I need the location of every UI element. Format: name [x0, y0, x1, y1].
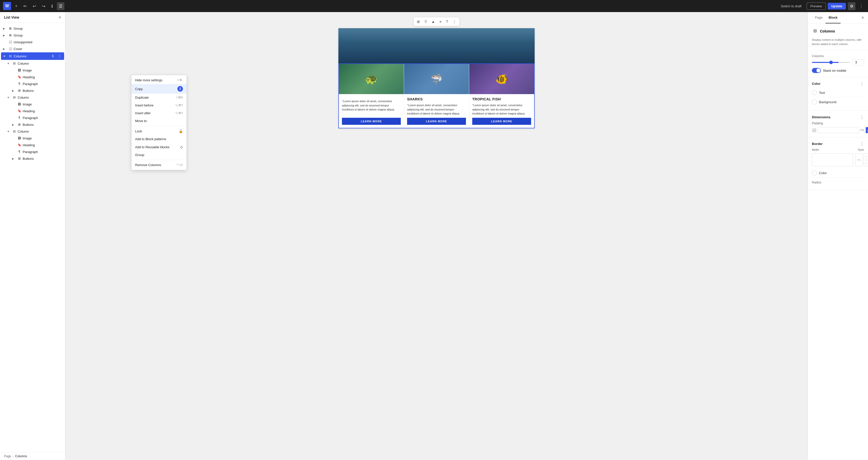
sidebar-item-heading1[interactable]: 🔖 Heading	[1, 74, 64, 80]
padding-unit: PX	[861, 129, 864, 132]
dimensions-section-options[interactable]: ⋮	[860, 115, 864, 120]
ctx-separator-1	[132, 126, 186, 126]
ctx-group[interactable]: Group	[132, 151, 186, 159]
column-3-learn-more-button[interactable]: LEARN MORE	[472, 118, 531, 125]
columns-block[interactable]: 🐢 "Lorem ipsum dolor sit amet, consectet…	[338, 63, 535, 128]
sidebar-item-column2[interactable]: ▼ ⊟ Column	[1, 94, 64, 101]
update-button[interactable]: Update	[828, 3, 846, 9]
ctx-add-block-patterns[interactable]: Add to Block patterns	[132, 135, 186, 143]
border-width-input[interactable]	[812, 153, 853, 166]
switch-draft-button[interactable]: Switch to draft	[778, 3, 804, 9]
ctx-duplicate[interactable]: Duplicate ⇧⌘D	[132, 94, 186, 101]
sidebar-item-paragraph1[interactable]: ¶ Paragraph	[1, 81, 64, 87]
ctx-copy[interactable]: Copy 2	[132, 84, 186, 94]
sidebar-item-columns[interactable]: ▼ ⊟ Columns 1 ⋮	[1, 52, 64, 60]
dimensions-section-title: Dimensions	[812, 115, 831, 119]
ctx-remove-shortcut: ^⌥Z	[177, 163, 183, 166]
tab-page[interactable]: Page	[812, 12, 826, 23]
border-style-dashed-button[interactable]: ---	[864, 153, 868, 166]
redo-button[interactable]: ↪	[40, 2, 47, 10]
ctx-insert-after-shortcut: ⌥⌘Y	[175, 112, 183, 115]
sidebar-item-image3[interactable]: 🖼 Image	[1, 135, 64, 142]
sidebar-item-image1[interactable]: 🖼 Image	[1, 67, 64, 73]
column-1-learn-more-button[interactable]: LEARN MORE	[342, 118, 401, 125]
columns-slider[interactable]	[812, 62, 850, 63]
sidebar-item-image2[interactable]: 🖼 Image	[1, 101, 64, 108]
ctx-lock[interactable]: Lock 🔒	[132, 127, 186, 135]
color-section: Color ⋮ Text Background	[808, 77, 868, 111]
item-label: Image	[23, 102, 62, 106]
text-color-row[interactable]: Text	[812, 88, 864, 97]
info-button[interactable]: ℹ	[49, 2, 55, 10]
item-label: Group	[13, 27, 62, 30]
tab-block[interactable]: Block	[826, 12, 840, 23]
ctx-insert-after[interactable]: Insert after ⌥⌘Y	[132, 109, 186, 117]
wp-logo: W	[3, 2, 11, 10]
columns-number-input[interactable]	[852, 59, 864, 65]
radius-label: Radius	[812, 181, 864, 184]
sidebar-item-buttons2[interactable]: ▶ ⊞ Buttons	[1, 121, 64, 128]
change-block-type-button[interactable]: ⊞	[415, 19, 422, 25]
drag-handle-button[interactable]: ⠿	[423, 19, 429, 25]
heading-block-icon: 🔖	[17, 143, 22, 147]
sidebar-close-button[interactable]: ×	[58, 15, 61, 20]
padding-link-button[interactable]: 🔗	[866, 127, 868, 133]
column-1-text: "Lorem ipsum dolor sit amet, consectetur…	[342, 99, 401, 112]
background-color-row[interactable]: Background	[812, 97, 864, 106]
image-block-icon: 🖼	[17, 102, 22, 106]
column-2-title: SHARKS	[407, 97, 466, 101]
columns-slider-row	[812, 59, 864, 65]
block-more-button[interactable]: ⋮	[451, 19, 458, 25]
expand-icon: ▼	[7, 130, 11, 133]
sidebar-item-heading2[interactable]: 🔖 Heading	[1, 108, 64, 114]
more-options-button[interactable]: ⋮	[858, 2, 865, 10]
sidebar-header: List View ×	[0, 12, 65, 23]
move-up-button[interactable]: ▲	[430, 19, 437, 25]
column-2-learn-more-button[interactable]: LEARN MORE	[407, 118, 466, 125]
border-color-row[interactable]: Color	[812, 168, 864, 178]
sidebar-item-group1[interactable]: ▶ ⊞ Group	[1, 25, 64, 32]
sidebar-item-buttons3[interactable]: ▶ ⊞ Buttons	[1, 155, 64, 162]
align-button[interactable]: ≡	[438, 19, 443, 25]
padding-input[interactable]	[818, 127, 859, 133]
sidebar-item-heading3[interactable]: 🔖 Heading	[1, 142, 64, 148]
sidebar-item-group2[interactable]: ▶ ⊞ Group	[1, 32, 64, 38]
settings-button[interactable]: ⚙	[848, 2, 856, 10]
sidebar-item-unsupported[interactable]: ⬜ Unsupported	[1, 39, 64, 45]
sidebar-item-cover[interactable]: ▶ ⬜ Cover	[1, 45, 64, 52]
sidebar-item-buttons1[interactable]: ▶ ⊞ Buttons	[1, 87, 64, 94]
transform-button[interactable]: T	[444, 19, 450, 25]
stack-on-mobile-toggle[interactable]	[812, 68, 821, 73]
sidebar-item-paragraph2[interactable]: ¶ Paragraph	[1, 115, 64, 121]
breadcrumb-page[interactable]: Page	[4, 455, 11, 458]
preview-button[interactable]: Preview	[807, 2, 826, 10]
column-3-title: TROPICAL FISH	[472, 97, 531, 101]
panel-close-button[interactable]: ×	[861, 15, 864, 20]
ctx-move-to[interactable]: Move to	[132, 117, 186, 125]
color-section-options[interactable]: ⋮	[860, 81, 864, 86]
paragraph-block-icon: ¶	[17, 116, 22, 120]
sidebar-item-paragraph3[interactable]: ¶ Paragraph	[1, 149, 64, 155]
buttons-block-icon: ⊞	[17, 122, 22, 127]
column-1-content: "Lorem ipsum dolor sit amet, consectetur…	[339, 94, 404, 128]
ctx-remove[interactable]: Remove Columns ^⌥Z	[132, 161, 186, 169]
border-style-solid-button[interactable]: —	[855, 153, 863, 166]
sidebar-item-column1[interactable]: ▼ ⊟ Column	[1, 60, 64, 67]
breadcrumb-separator: ›	[12, 455, 13, 458]
topbar-right: Switch to draft Preview Update ⚙ ⋮	[778, 2, 865, 10]
ctx-copy-label: Copy	[135, 87, 143, 91]
border-section-options[interactable]: ⋮	[860, 142, 864, 146]
list-view-button[interactable]: ☰	[57, 2, 64, 10]
sidebar-item-column3[interactable]: ▼ ⊟ Column	[1, 128, 64, 134]
ctx-insert-before[interactable]: Insert before ⌥⌘T	[132, 101, 186, 109]
unsupported-block-icon: ⬜	[8, 40, 12, 44]
expand-icon: ▼	[7, 96, 11, 99]
column-1-image: 🐢	[339, 64, 404, 94]
add-block-button[interactable]: +	[13, 2, 19, 10]
ctx-hide-settings[interactable]: Hide more settings ⇧⌘,	[132, 76, 186, 84]
ctx-add-reusable[interactable]: Add to Reusable blocks ◇	[132, 143, 186, 151]
undo-button[interactable]: ↩	[31, 2, 38, 10]
ctx-duplicate-label: Duplicate	[135, 96, 149, 99]
columns-options-button[interactable]: ⋮	[57, 54, 62, 58]
edit-button[interactable]: ✏	[21, 2, 29, 10]
